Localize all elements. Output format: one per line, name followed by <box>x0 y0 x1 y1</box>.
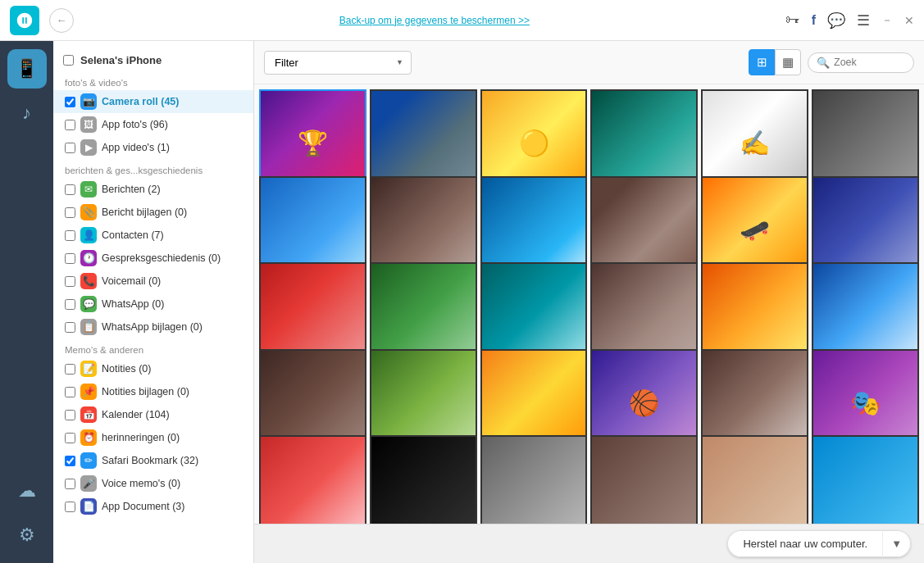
camera-roll-checkbox[interactable] <box>65 97 75 107</box>
app-document-label: App Document (3) <box>102 501 184 512</box>
sidebar-item-music[interactable]: ♪ <box>7 93 47 133</box>
kalender-checkbox[interactable] <box>65 410 75 420</box>
app-videos-checkbox[interactable] <box>65 143 75 153</box>
grid-view-button[interactable]: ⊞ <box>749 49 775 75</box>
chat-icon[interactable]: 💬 <box>827 11 845 30</box>
tree-item-voice-memos[interactable]: 🎤 Voice memo's (0) <box>53 472 253 495</box>
search-input[interactable] <box>834 57 908 68</box>
content-toolbar: Filter Alle Foto's Video's ⊞ ▦ 🔍 <box>254 41 924 84</box>
back-icon: ← <box>57 14 67 26</box>
contacten-checkbox[interactable] <box>65 230 75 241</box>
device-checkbox[interactable] <box>63 55 74 66</box>
device-label: Selena's iPhone <box>80 54 162 66</box>
sidebar-item-cloud[interactable]: ☁ <box>7 471 47 511</box>
voice-icon: 🎤 <box>80 475 97 492</box>
tree-item-herinneringen[interactable]: ⏰ herinneringen (0) <box>53 426 253 449</box>
voicemail-label: Voicemail (0) <box>102 275 161 287</box>
key-icon[interactable]: 🗝 <box>785 11 800 29</box>
contacten-label: Contacten (7) <box>102 229 164 241</box>
tree-item-whatsapp[interactable]: 💬 WhatsApp (0) <box>53 293 253 316</box>
titlebar: ← Back-up om je gegevens te beschermen >… <box>0 0 924 41</box>
whatsapp-label: WhatsApp (0) <box>102 298 164 310</box>
contact-icon: 👤 <box>80 227 97 243</box>
tree-item-notities[interactable]: 📝 Notities (0) <box>53 357 253 380</box>
tree-item-contacten[interactable]: 👤 Contacten (7) <box>53 224 253 247</box>
icon-sidebar: 📱 ♪ ☁ ⚙ <box>0 41 53 563</box>
tree-item-kalender[interactable]: 📅 Kalender (104) <box>53 403 253 426</box>
gespreks-label: Gespreksgeschiedenis (0) <box>102 252 221 264</box>
backup-link[interactable]: Back-up om je gegevens te beschermen >> <box>84 15 785 26</box>
close-button[interactable]: ✕ <box>904 14 914 27</box>
photo-cell[interactable] <box>259 435 366 524</box>
gespreks-checkbox[interactable] <box>65 253 75 264</box>
section-label-messages: berichten & ges...ksgeschiedenis <box>53 159 253 178</box>
search-box: 🔍 <box>808 52 914 73</box>
back-button[interactable]: ← <box>49 8 74 33</box>
menu-icon[interactable]: ☰ <box>857 11 870 30</box>
bericht-bijlagen-label: Bericht bijlagen (0) <box>102 207 187 218</box>
section-label-photos: foto's & video's <box>53 71 253 90</box>
safari-checkbox[interactable] <box>65 456 75 466</box>
notities-checkbox[interactable] <box>65 364 75 375</box>
photo-grid: 🏆F841C95....JPGF2DBB63....JPG🟡DE7D280...… <box>254 84 924 524</box>
content-area: Filter Alle Foto's Video's ⊞ ▦ 🔍 🏆F841C9… <box>254 41 924 563</box>
attachment-icon: 📎 <box>80 204 97 220</box>
tree-item-berichten[interactable]: ✉ Berichten (2) <box>53 178 253 201</box>
voice-memos-label: Voice memo's (0) <box>102 478 180 489</box>
whatsapp-checkbox[interactable] <box>65 299 75 310</box>
notes2-icon: 📌 <box>80 384 97 400</box>
whatsapp-bijlagen-checkbox[interactable] <box>65 322 75 333</box>
titlebar-icons: 🗝 f 💬 ☰ － ✕ <box>785 11 914 30</box>
minimize-button[interactable]: － <box>881 13 893 28</box>
berichten-checkbox[interactable] <box>65 184 75 195</box>
photo-cell[interactable] <box>590 435 698 524</box>
device-item[interactable]: Selena's iPhone <box>53 49 253 71</box>
sidebar-item-phone[interactable]: 📱 <box>7 49 47 89</box>
restore-arrow-button[interactable]: ▼ <box>882 530 911 557</box>
filter-select[interactable]: Filter Alle Foto's Video's <box>264 51 412 75</box>
photo-cell[interactable] <box>812 435 919 524</box>
tree-item-app-photos[interactable]: 🖼 App foto's (96) <box>53 113 253 136</box>
bericht-bijlagen-checkbox[interactable] <box>65 207 75 218</box>
document-icon: 📄 <box>80 498 97 515</box>
app-videos-icon: ▶ <box>80 139 97 156</box>
photo-cell[interactable] <box>480 435 588 524</box>
safari-icon: ✏ <box>80 452 97 469</box>
voicemail-checkbox[interactable] <box>65 276 75 287</box>
tree-item-app-videos[interactable]: ▶ App video's (1) <box>53 136 253 159</box>
camera-roll-label: Camera roll (45) <box>102 96 179 107</box>
view-toggle: ⊞ ▦ <box>749 49 801 75</box>
app-photos-checkbox[interactable] <box>65 120 75 130</box>
list-view-button[interactable]: ▦ <box>775 49 801 75</box>
section-label-memos: Memo's & anderen <box>53 338 253 357</box>
photo-cell[interactable] <box>701 435 808 524</box>
tree-item-whatsapp-bijlagen[interactable]: 📋 WhatsApp bijlagen (0) <box>53 316 253 338</box>
tree-item-gespreks[interactable]: 🕐 Gespreksgeschiedenis (0) <box>53 247 253 270</box>
voice-memos-checkbox[interactable] <box>65 479 75 489</box>
tree-item-bericht-bijlagen[interactable]: 📎 Bericht bijlagen (0) <box>53 201 253 224</box>
safari-label: Safari Bookmark (32) <box>102 455 198 466</box>
notities-bijlagen-checkbox[interactable] <box>65 387 75 397</box>
tree-item-safari[interactable]: ✏ Safari Bookmark (32) <box>53 449 253 472</box>
tree-item-voicemail[interactable]: 📞 Voicemail (0) <box>53 270 253 293</box>
sidebar-item-tools[interactable]: ⚙ <box>7 515 47 555</box>
reminder-icon: ⏰ <box>80 429 97 446</box>
tree-item-app-document[interactable]: 📄 App Document (3) <box>53 495 253 518</box>
bottom-bar: Herstel naar uw computer. ▼ <box>254 524 924 563</box>
herinneringen-label: herinneringen (0) <box>102 432 180 443</box>
whatsapp-bijlagen-label: WhatsApp bijlagen (0) <box>102 321 203 333</box>
herinneringen-checkbox[interactable] <box>65 433 75 443</box>
app-photos-label: App foto's (96) <box>102 119 168 130</box>
tree-item-camera-roll[interactable]: 📷 Camera roll (45) <box>53 90 253 113</box>
filter-wrapper: Filter Alle Foto's Video's <box>264 51 412 75</box>
camera-icon: 📷 <box>80 93 97 110</box>
history-icon: 🕐 <box>80 250 97 266</box>
restore-main-button[interactable]: Herstel naar uw computer. <box>727 530 882 557</box>
message-icon: ✉ <box>80 181 97 198</box>
app-photos-icon: 🖼 <box>80 116 97 133</box>
app-document-checkbox[interactable] <box>65 502 75 512</box>
photo-cell[interactable] <box>370 435 477 524</box>
facebook-icon[interactable]: f <box>812 13 816 28</box>
notities-bijlagen-label: Notities bijlagen (0) <box>102 386 189 397</box>
tree-item-notities-bijlagen[interactable]: 📌 Notities bijlagen (0) <box>53 380 253 403</box>
